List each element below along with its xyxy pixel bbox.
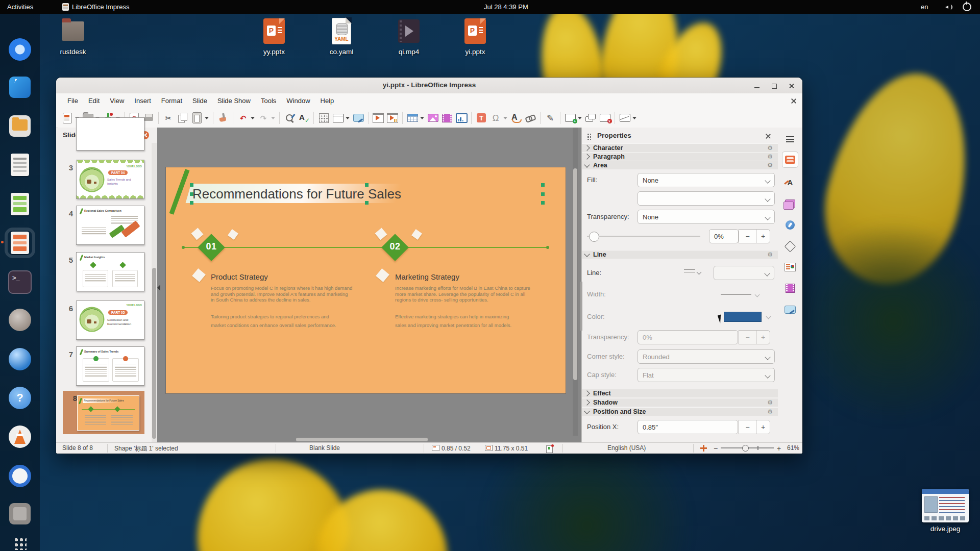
redo-button[interactable]: ↷ xyxy=(257,111,270,124)
dock-item-gray-app[interactable] xyxy=(8,502,32,526)
maximize-button[interactable] xyxy=(770,81,779,90)
volume-icon[interactable] xyxy=(945,0,952,14)
start-from-first-slide-button[interactable] xyxy=(372,111,385,124)
special-character-dropdown-caret[interactable] xyxy=(503,117,507,119)
clone-formatting-button[interactable] xyxy=(216,111,230,124)
hyperlink-button[interactable] xyxy=(524,111,537,124)
menu-insert[interactable]: Insert xyxy=(129,95,156,107)
area-settings-gear-icon[interactable]: ⚙ xyxy=(767,162,773,169)
dock-item-help[interactable]: ? xyxy=(8,386,32,410)
section-character[interactable]: Character⚙ xyxy=(582,143,778,152)
close-document-icon[interactable] xyxy=(790,97,797,105)
zoom-in-button[interactable]: + xyxy=(777,444,781,453)
selection-handle[interactable] xyxy=(541,192,545,196)
line-transparency-minus[interactable]: − xyxy=(739,330,756,344)
find-replace-button[interactable] xyxy=(283,111,296,124)
spelling-button[interactable]: A✓ xyxy=(297,111,310,124)
fill-type-dropdown[interactable]: None xyxy=(638,173,775,187)
width-dropdown[interactable] xyxy=(721,293,759,296)
transparency-slider[interactable] xyxy=(587,236,700,237)
section-shadow[interactable]: Shadow⚙ xyxy=(582,398,778,407)
dock-item-terminal[interactable]: >_ xyxy=(8,269,32,293)
zoom-out-button[interactable]: − xyxy=(714,444,718,453)
section-area[interactable]: Area⚙ xyxy=(582,161,778,169)
line-style-icon-dropdown[interactable] xyxy=(684,269,701,274)
keyboard-layout-indicator[interactable]: en xyxy=(921,0,928,14)
duplicate-slide-button[interactable] xyxy=(584,111,597,124)
dock-item-blue-sphere-app[interactable] xyxy=(8,347,32,371)
master-slide-button[interactable] xyxy=(352,111,365,124)
dock-item-blue-ring-app[interactable] xyxy=(8,464,32,488)
position-x-plus[interactable]: + xyxy=(756,420,770,434)
insert-chart-button[interactable] xyxy=(455,111,468,124)
sidebar-tab-properties[interactable] xyxy=(782,152,798,167)
focused-app-menu[interactable]: LibreOffice Impress xyxy=(62,0,129,14)
item-02-heading[interactable]: Marketing Strategy xyxy=(395,272,459,281)
menu-format[interactable]: Format xyxy=(156,95,187,107)
panel-splitter-arrow[interactable] xyxy=(157,285,160,291)
dock-item-libreoffice-calc[interactable] xyxy=(8,192,32,216)
menu-slide-show[interactable]: Slide Show xyxy=(212,95,256,107)
paragraph-settings-gear-icon[interactable]: ⚙ xyxy=(767,153,773,160)
menu-edit[interactable]: Edit xyxy=(83,95,105,107)
position-x-field[interactable]: 0.85″ xyxy=(638,420,738,434)
canvas-vertical-scrollbar[interactable] xyxy=(573,128,578,436)
section-line[interactable]: Line⚙ xyxy=(582,250,778,259)
transparency-minus-button[interactable]: − xyxy=(739,229,756,243)
menu-help[interactable]: Help xyxy=(315,95,339,107)
sidebar-tab-shapes[interactable] xyxy=(782,239,798,254)
slide-editing-canvas[interactable]: Recommendations for Future Sales xyxy=(157,128,581,443)
redo-dropdown-caret[interactable] xyxy=(271,117,275,119)
layout-dropdown-caret[interactable] xyxy=(632,117,636,119)
selection-handle[interactable] xyxy=(541,201,545,205)
transparency-slider-thumb[interactable] xyxy=(589,232,599,242)
fontwork-button[interactable]: A xyxy=(509,111,523,124)
line-width-preset-dropdown[interactable] xyxy=(714,266,774,280)
desktop-icon-yi-pptx[interactable]: P yi.pptx xyxy=(451,16,500,56)
selection-handle[interactable] xyxy=(190,192,193,196)
desktop-icon-drive-jpeg[interactable]: drive.jpeg xyxy=(917,489,974,533)
zoom-slider[interactable] xyxy=(721,447,774,448)
color-dropdown-caret[interactable] xyxy=(766,314,771,319)
shadow-settings-gear-icon[interactable]: ⚙ xyxy=(767,399,773,406)
fill-attribute-dropdown[interactable] xyxy=(638,191,775,206)
selection-handle[interactable] xyxy=(190,183,193,187)
sidebar-tab-animation[interactable] xyxy=(782,281,798,296)
power-icon[interactable] xyxy=(963,0,971,14)
unsaved-changes-icon[interactable] xyxy=(546,444,553,454)
slide-title-text[interactable]: Recommendations for Future Sales xyxy=(192,186,401,202)
item-02-paragraph-2[interactable]: Effective marketing strategies can help … xyxy=(395,312,543,330)
transparency-type-dropdown[interactable]: None xyxy=(638,210,775,224)
section-paragraph[interactable]: Paragraph⚙ xyxy=(582,152,778,161)
dock-item-vscode[interactable] xyxy=(8,75,32,99)
insert-table-button[interactable] xyxy=(406,111,419,124)
views-dropdown-caret[interactable] xyxy=(346,117,350,119)
vertical-scrollbar-thumb[interactable] xyxy=(573,168,577,380)
slide-thumbnail-6[interactable]: YOUR LOGO PART 05 Conclusion and Recomme… xyxy=(76,300,144,340)
desktop-icon-rustdesk[interactable]: rustdesk xyxy=(48,16,97,56)
horizontal-scrollbar-thumb[interactable] xyxy=(296,438,428,441)
slides-panel-scrollbar[interactable] xyxy=(152,143,157,443)
properties-close-icon[interactable] xyxy=(765,133,772,140)
undo-button[interactable]: ↶ xyxy=(236,111,250,124)
selection-handle[interactable] xyxy=(365,201,369,205)
dock-item-chromium[interactable] xyxy=(8,37,32,62)
clock[interactable]: Jul 28 4:39 PM xyxy=(484,0,528,14)
delete-slide-button[interactable]: x xyxy=(598,111,611,124)
slide-thumbnail-7[interactable]: Summary of Sales Trends xyxy=(76,346,144,386)
cap-style-dropdown[interactable]: Flat xyxy=(638,368,775,382)
line-transparency-plus[interactable]: + xyxy=(756,330,770,344)
language-status[interactable]: English (USA) xyxy=(607,444,646,452)
menu-slide[interactable]: Slide xyxy=(187,95,212,107)
insert-image-button[interactable] xyxy=(426,111,439,124)
special-character-button[interactable]: Ω xyxy=(489,111,502,124)
table-dropdown-caret[interactable] xyxy=(420,117,424,119)
sidebar-tab-styles[interactable]: A xyxy=(782,174,798,190)
selection-handle[interactable] xyxy=(190,201,193,205)
transparency-percent-field[interactable]: 0% xyxy=(709,229,739,243)
selection-handle[interactable] xyxy=(541,183,545,187)
zoom-slider-thumb[interactable] xyxy=(742,445,749,452)
section-position-size[interactable]: Position and Size⚙ xyxy=(582,407,778,416)
menu-tools[interactable]: Tools xyxy=(256,95,281,107)
item-01-heading[interactable]: Product Strategy xyxy=(211,272,268,281)
